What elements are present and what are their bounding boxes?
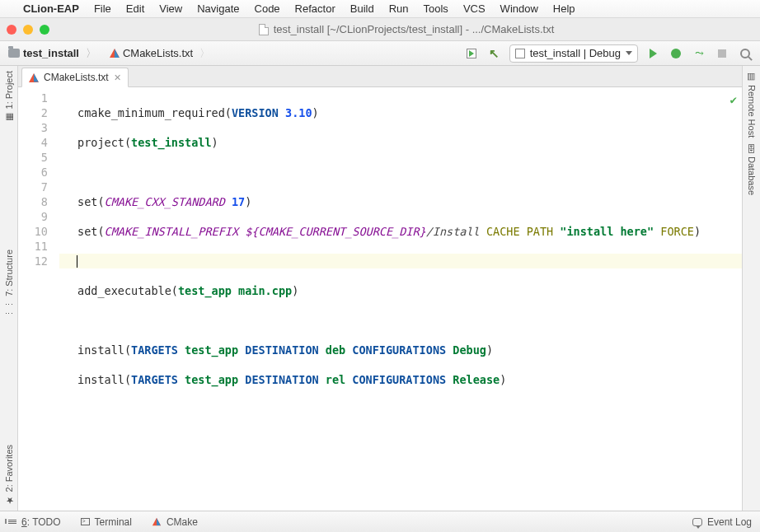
macos-menubar: CLion-EAP File Edit View Navigate Code R… [0,0,760,18]
build-button[interactable]: ↖ [486,45,503,62]
folder-icon [8,49,20,58]
bug-icon [671,49,681,58]
config-icon [515,49,525,58]
status-terminal[interactable]: Terminal [81,516,132,528]
breadcrumb: test_install CMakeLists.txt [5,44,460,63]
inspection-ok-icon[interactable]: ✔ [730,92,737,107]
stop-button[interactable] [714,45,730,62]
code-editor[interactable]: 123 456 789 101112 cmake_minimum_require… [18,87,742,511]
search-everywhere-button[interactable] [737,45,753,62]
chevron-down-icon [626,51,632,55]
window-controls [7,25,49,35]
search-icon [740,49,750,58]
menu-navigate[interactable]: Navigate [197,2,239,15]
text-cursor [77,255,77,268]
tool-project[interactable]: ▦1: Project [3,68,14,126]
menu-refactor[interactable]: Refactor [295,2,335,15]
breadcrumb-project-label: test_install [23,47,79,59]
tool-remote-host[interactable]: ▥Remote Host [746,68,757,141]
code-content[interactable]: cmake_minimum_required(VERSION 3.10) pro… [59,87,742,511]
breadcrumb-file-label: CMakeLists.txt [123,47,193,59]
breadcrumb-project[interactable]: test_install [5,44,103,63]
breadcrumb-file[interactable]: CMakeLists.txt [106,44,217,63]
tab-label: CMakeLists.txt [44,72,109,83]
left-tool-rail: ▦1: Project ⋮⋮7: Structure ★2: Favorites [0,66,18,511]
line-gutter: 123 456 789 101112 [18,87,59,511]
stop-icon [718,49,726,58]
menu-help[interactable]: Help [553,2,575,15]
menu-vcs[interactable]: VCS [463,2,486,15]
menu-edit[interactable]: Edit [126,2,144,15]
close-window-button[interactable] [7,25,16,35]
app-name[interactable]: CLion-EAP [23,2,79,15]
tool-favorites[interactable]: ★2: Favorites [3,441,14,509]
tool-database[interactable]: 🗄Database [747,141,757,198]
tab-cmakelists[interactable]: CMakeLists.txt ✕ [21,68,129,87]
zoom-window-button[interactable] [40,25,49,35]
run-with-coverage-button[interactable]: ⤳ [691,45,707,62]
window-titlebar: test_install [~/CLionProjects/test_insta… [0,18,760,41]
tool-structure[interactable]: ⋮⋮7: Structure [3,246,14,321]
run-config-label: test_install | Debug [530,47,621,59]
run-anything-icon[interactable] [463,45,480,62]
cmake-file-icon [29,73,39,82]
close-tab-button[interactable]: ✕ [114,72,121,83]
run-config-selector[interactable]: test_install | Debug [509,44,638,63]
minimize-window-button[interactable] [23,25,33,35]
status-bar: 6: TODO Terminal CMake Event Log [0,511,760,532]
document-icon [259,24,269,35]
menu-build[interactable]: Build [350,2,374,15]
terminal-icon [81,518,90,525]
play-icon [650,49,657,58]
debug-button[interactable] [668,45,684,62]
editor-tabs: CMakeLists.txt ✕ [18,66,742,87]
cmake-file-icon [110,49,120,58]
right-tool-rail: ▥Remote Host 🗄Database [742,66,760,511]
toolbar-actions: ↖ test_install | Debug ⤳ [463,44,755,63]
menu-run[interactable]: Run [389,2,409,15]
list-icon [8,520,16,524]
status-cmake[interactable]: CMake [152,516,198,528]
status-event-log[interactable]: Event Log [692,516,752,528]
status-todo[interactable]: 6: TODO [8,516,61,528]
menu-tools[interactable]: Tools [424,2,448,15]
event-log-icon [692,518,702,526]
navigation-toolbar: test_install CMakeLists.txt ↖ test_insta… [0,41,760,66]
window-title: test_install [~/CLionProjects/test_insta… [274,23,555,35]
menu-code[interactable]: Code [255,2,280,15]
cmake-icon [152,518,161,525]
run-button[interactable] [645,45,661,62]
menu-file[interactable]: File [94,2,111,15]
menu-view[interactable]: View [159,2,182,15]
menu-window[interactable]: Window [500,2,538,15]
